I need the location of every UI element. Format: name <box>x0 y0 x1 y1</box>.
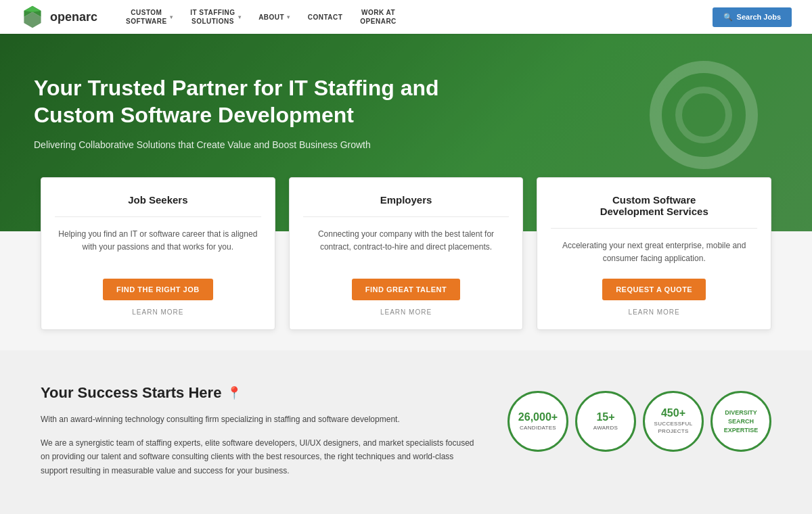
find-right-job-button[interactable]: FIND THE RIGHT JOB <box>103 279 213 300</box>
chevron-down-icon: ▾ <box>170 14 173 20</box>
nav-item-custom-software[interactable]: CUSTOMSOFTWARE ▾ <box>118 0 181 34</box>
logo[interactable]: openarc <box>20 5 97 29</box>
card-title-job-seekers: Job Seekers <box>128 194 187 206</box>
card-custom-software: Custom Software Development Services Acc… <box>537 177 771 330</box>
nav-item-about[interactable]: ABOUT ▾ <box>250 0 298 34</box>
card-divider <box>551 228 757 229</box>
learn-more-job-seekers[interactable]: LEARN MORE <box>132 308 183 316</box>
success-title: Your Success Starts Here 📍 <box>41 384 480 402</box>
card-title-employers: Employers <box>380 194 432 206</box>
logo-text: openarc <box>50 10 97 24</box>
stat-number-diversity: DIVERSITYSEARCHEXPERTISE <box>724 408 759 434</box>
pin-icon: 📍 <box>227 386 242 400</box>
success-section: Your Success Starts Here 📍 With an award… <box>0 350 812 514</box>
nav-item-work[interactable]: WORK ATOPENARC <box>352 0 405 34</box>
stat-label-projects: SUCCESSFUL PROJECTS <box>654 421 693 435</box>
success-stats: 26,000+ CANDIDATES 15+ AWARDS 450+ SUCCE… <box>508 384 771 452</box>
stat-candidates: 26,000+ CANDIDATES <box>508 391 568 452</box>
stat-number-awards: 15+ <box>596 412 614 423</box>
find-great-talent-button[interactable]: FIND GREAT TALENT <box>352 279 461 300</box>
card-divider <box>303 216 510 217</box>
chevron-down-icon: ▾ <box>238 14 242 20</box>
request-quote-button[interactable]: REQUEST A QUOTE <box>602 279 706 300</box>
card-job-seekers: Job Seekers Helping you find an IT or so… <box>41 177 275 330</box>
hero-subtitle: Delivering Collaborative Solutions that … <box>34 139 508 150</box>
stat-awards: 15+ AWARDS <box>575 391 636 452</box>
hero-content: Your Trusted Partner for IT Staffing and… <box>34 74 508 150</box>
hero-decorative-circle <box>650 61 758 169</box>
search-icon: 🔍 <box>723 13 733 22</box>
card-title-custom-software: Custom Software Development Services <box>600 194 708 217</box>
success-para-2: We are a synergistic team of staffing ex… <box>41 436 480 477</box>
card-desc-employers: Connecting your company with the best ta… <box>303 228 510 265</box>
stat-number-projects: 450+ <box>661 408 685 419</box>
stat-diversity: DIVERSITYSEARCHEXPERTISE <box>710 391 771 452</box>
success-para-1: With an award-winning technology consult… <box>41 413 480 426</box>
nav-item-contact[interactable]: CONTACT <box>300 0 351 34</box>
card-employers: Employers Connecting your company with t… <box>289 177 524 330</box>
stat-label-candidates: CANDIDATES <box>520 425 556 431</box>
cards-section: Job Seekers Helping you find an IT or so… <box>0 177 812 330</box>
stat-label-awards: AWARDS <box>593 425 618 431</box>
chevron-down-icon: ▾ <box>287 14 290 20</box>
learn-more-employers[interactable]: LEARN MORE <box>380 308 432 316</box>
learn-more-custom-software[interactable]: LEARN MORE <box>629 308 680 316</box>
stat-projects: 450+ SUCCESSFUL PROJECTS <box>643 391 704 452</box>
navbar: openarc CUSTOMSOFTWARE ▾ IT STAFFINGSOLU… <box>0 0 812 34</box>
hero-title: Your Trusted Partner for IT Staffing and… <box>34 74 508 128</box>
svg-marker-2 <box>24 6 41 12</box>
stat-number-candidates: 26,000+ <box>518 412 558 423</box>
search-jobs-button[interactable]: 🔍 Search Jobs <box>713 7 792 27</box>
nav-items: CUSTOMSOFTWARE ▾ IT STAFFINGSOLUTIONS ▾ … <box>118 0 713 34</box>
card-desc-custom-software: Accelerating your next great enterprise,… <box>551 239 757 265</box>
nav-item-it-staffing[interactable]: IT STAFFINGSOLUTIONS ▾ <box>182 0 249 34</box>
success-left: Your Success Starts Here 📍 With an award… <box>41 384 480 487</box>
card-desc-job-seekers: Helping you find an IT or software caree… <box>55 228 261 265</box>
card-divider <box>55 216 261 217</box>
logo-icon <box>20 5 45 29</box>
